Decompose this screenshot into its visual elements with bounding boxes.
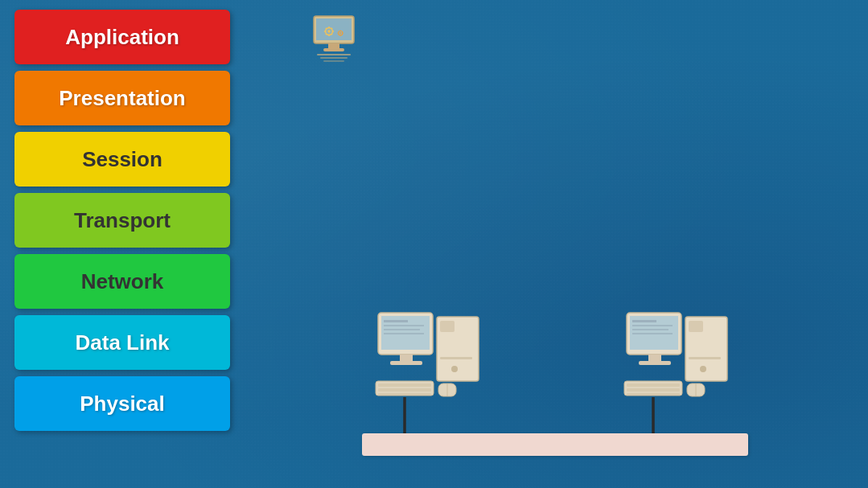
svg-rect-20 [317,54,351,55]
computers-row [257,309,852,433]
svg-rect-36 [378,383,431,387]
svg-line-12 [331,28,332,29]
layer-application-button[interactable]: Application [14,10,230,64]
layer-presentation-button[interactable]: Presentation [14,71,230,125]
svg-rect-56 [627,388,680,392]
svg-rect-34 [390,361,422,365]
svg-point-5 [327,30,330,32]
svg-rect-55 [627,383,680,387]
svg-rect-1 [316,18,352,40]
svg-rect-43 [689,321,703,332]
network-bus [362,433,748,456]
svg-rect-22 [323,60,344,62]
computer-2 [623,309,735,433]
svg-rect-38 [378,393,431,396]
svg-rect-49 [632,325,673,326]
svg-point-15 [339,32,341,34]
svg-rect-50 [632,329,668,330]
svg-rect-51 [632,333,673,334]
page-content: ApplicationPresentationSessionTransportN… [0,0,868,488]
svg-rect-29 [384,320,408,322]
layer-network-button[interactable]: Network [14,254,230,309]
svg-point-25 [451,366,458,372]
svg-point-44 [700,366,706,372]
layer-transport-button[interactable]: Transport [14,193,230,248]
svg-rect-2 [328,43,339,48]
svg-rect-26 [440,357,472,359]
svg-rect-31 [384,329,420,330]
layers-panel: ApplicationPresentationSessionTransportN… [14,10,230,431]
layer-physical-button[interactable]: Physical [14,376,230,431]
svg-rect-57 [627,393,680,396]
svg-rect-53 [639,361,671,365]
svg-rect-3 [323,48,344,51]
svg-rect-30 [384,325,424,326]
computer-1 [374,309,487,433]
svg-line-11 [331,34,332,35]
svg-rect-32 [384,333,424,334]
diagram-area [257,113,852,456]
logo [306,10,362,66]
svg-rect-24 [440,321,455,332]
svg-line-10 [326,28,327,29]
svg-rect-37 [378,388,431,392]
layer-datalink-button[interactable]: Data Link [14,315,230,370]
svg-rect-48 [632,320,656,322]
svg-rect-52 [648,355,661,361]
svg-line-13 [326,34,327,35]
svg-rect-21 [320,57,348,59]
svg-rect-45 [689,357,721,359]
svg-rect-33 [400,355,413,361]
layer-session-button[interactable]: Session [14,132,230,187]
